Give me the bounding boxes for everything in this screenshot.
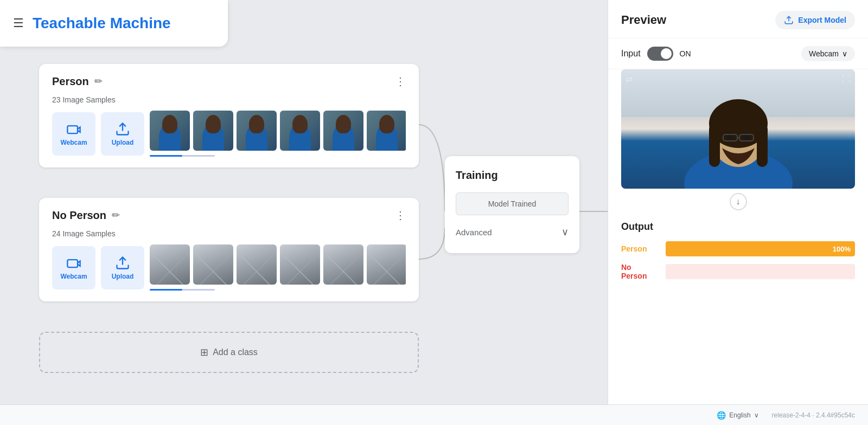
person-webcam-label: Webcam (60, 139, 87, 146)
no-person-thumb-4 (280, 244, 320, 285)
model-trained-button[interactable]: Model Trained (456, 192, 569, 215)
output-bar-no-person-fill (666, 264, 670, 279)
training-panel: Training Model Trained Advanced ∨ (445, 156, 579, 253)
webcam-dropdown[interactable]: Webcam ∨ (801, 46, 855, 61)
person-samples-row: Webcam Upload (52, 111, 406, 157)
input-label: Input (621, 49, 641, 59)
person-upload-label: Upload (112, 139, 134, 146)
training-title: Training (456, 169, 569, 182)
webcam-icon (66, 121, 81, 137)
language-selector[interactable]: 🌐 English ∨ (717, 411, 758, 420)
no-person-thumb-2 (193, 244, 233, 285)
person-class-card: Person ✏ ⋮ 23 Image Samples Webcam Uploa… (39, 64, 419, 168)
svg-rect-2 (67, 260, 78, 267)
person-thumb-1 (150, 111, 190, 151)
svg-rect-0 (67, 126, 78, 133)
webcam-dropdown-chevron: ∨ (842, 49, 847, 58)
export-icon (784, 15, 794, 25)
export-label: Export Model (798, 16, 846, 24)
upload-icon (115, 121, 130, 137)
person-thumb-6 (367, 111, 406, 151)
hamburger-icon[interactable]: ☰ (13, 16, 24, 30)
no-person-upload-icon (115, 255, 130, 271)
no-person-thumb-5 (323, 244, 363, 285)
person-edit-icon[interactable]: ✏ (94, 75, 103, 87)
svg-rect-10 (757, 124, 768, 167)
output-bar-person-fill: 100% (666, 241, 855, 256)
no-person-webcam-icon (66, 255, 81, 271)
header: ☰ Teachable Machine (0, 0, 228, 47)
person-thumb-3 (237, 111, 277, 151)
advanced-label: Advanced (456, 228, 492, 237)
output-label-no-person: NoPerson (621, 263, 659, 280)
person-class-header: Person ✏ ⋮ (52, 75, 406, 88)
webcam-fullscreen-icon[interactable]: ⛶ (842, 74, 851, 84)
add-class-plus-icon: ⊞ (200, 346, 208, 358)
webcam-controls: ⇄ ⛶ (626, 74, 851, 84)
person-thumb-2 (193, 111, 233, 151)
preview-panel: Preview Export Model Input ON Webcam ∨ (608, 0, 868, 425)
no-person-upload-label: Upload (112, 273, 134, 280)
webcam-person-svg (657, 80, 820, 189)
no-person-samples-row: Webcam Upload (52, 244, 406, 291)
chevron-down-icon: ∨ (561, 226, 569, 238)
person-scroll-thumb (150, 155, 182, 157)
advanced-row[interactable]: Advanced ∨ (456, 224, 569, 240)
person-more-icon[interactable]: ⋮ (395, 75, 406, 88)
person-thumb-5 (323, 111, 363, 151)
no-person-thumb-6 (367, 244, 406, 285)
output-bar-person-bg: 100% (666, 241, 855, 256)
no-person-scroll-thumb (150, 289, 182, 291)
globe-icon: 🌐 (717, 411, 726, 420)
preview-header: Preview Export Model (608, 0, 868, 38)
no-person-webcam-button[interactable]: Webcam (52, 246, 95, 289)
no-person-scroll-indicator (150, 289, 215, 291)
person-name-row: Person ✏ (52, 75, 103, 88)
no-person-upload-button[interactable]: Upload (101, 246, 144, 289)
person-upload-button[interactable]: Upload (101, 112, 144, 156)
output-title: Output (621, 221, 855, 233)
output-row-no-person: NoPerson (621, 263, 855, 280)
no-person-thumb-3 (237, 244, 277, 285)
person-thumbnails (150, 111, 406, 157)
webcam-feed: ⇄ ⛶ (621, 69, 855, 189)
input-row: Input ON Webcam ∨ (608, 38, 868, 69)
output-row-person: Person 100% (621, 241, 855, 256)
person-webcam-button[interactable]: Webcam (52, 112, 95, 156)
no-person-class-name: No Person (52, 209, 106, 222)
preview-title: Preview (621, 13, 666, 27)
output-label-person: Person (621, 244, 659, 253)
no-person-class-card: No Person ✏ ⋮ 24 Image Samples Webcam Up… (39, 198, 419, 301)
footer-bar: 🌐 English ∨ release-2-4-4 · 2.4.4#95c54c (0, 404, 868, 425)
add-class-label: Add a class (213, 347, 258, 357)
person-sample-count: 23 Image Samples (52, 95, 406, 104)
no-person-thumbnails (150, 244, 406, 291)
down-arrow-icon: ↓ (730, 193, 747, 210)
person-class-name: Person (52, 75, 89, 88)
output-section: Output Person 100% NoPerson (608, 215, 868, 425)
webcam-flip-icon[interactable]: ⇄ (626, 74, 633, 84)
no-person-name-row: No Person ✏ (52, 209, 120, 222)
language-chevron: ∨ (754, 411, 759, 419)
svg-rect-9 (709, 124, 720, 167)
no-person-webcam-label: Webcam (60, 273, 87, 280)
person-thumb-4 (280, 111, 320, 151)
webcam-area: ⇄ ⛶ (621, 69, 855, 189)
toggle-knob (661, 48, 672, 59)
add-class-button[interactable]: ⊞ Add a class (39, 332, 419, 373)
webcam-dropdown-label: Webcam (809, 49, 839, 58)
person-scroll-indicator (150, 155, 215, 157)
export-model-button[interactable]: Export Model (775, 11, 855, 29)
no-person-edit-icon[interactable]: ✏ (112, 209, 120, 221)
language-label: English (729, 411, 750, 419)
no-person-thumb-1 (150, 244, 190, 285)
no-person-class-header: No Person ✏ ⋮ (52, 209, 406, 222)
app-title: Teachable Machine (33, 15, 171, 32)
input-toggle[interactable] (647, 47, 673, 61)
no-person-sample-count: 24 Image Samples (52, 229, 406, 238)
version-text: release-2-4-4 · 2.4.4#95c54c (772, 411, 855, 419)
toggle-state-label: ON (680, 49, 691, 58)
output-bar-person-pct: 100% (833, 245, 851, 253)
no-person-more-icon[interactable]: ⋮ (395, 209, 406, 222)
output-bar-no-person-bg (666, 264, 855, 279)
